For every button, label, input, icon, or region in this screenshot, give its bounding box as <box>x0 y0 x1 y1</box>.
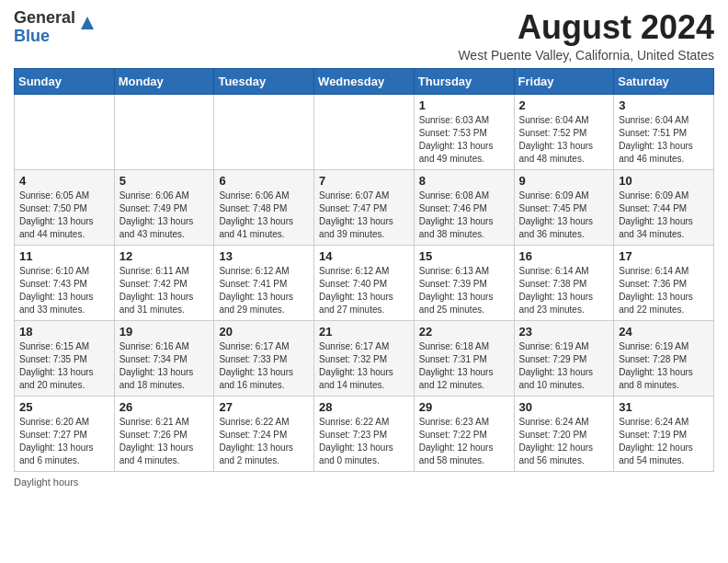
day-number: 23 <box>519 325 609 339</box>
calendar-day-cell: 31Sunrise: 6:24 AM Sunset: 7:19 PM Dayli… <box>614 396 714 471</box>
day-number: 14 <box>319 249 409 263</box>
day-number: 7 <box>319 174 409 188</box>
calendar-day-cell: 30Sunrise: 6:24 AM Sunset: 7:20 PM Dayli… <box>514 396 614 471</box>
day-number: 9 <box>519 174 609 188</box>
day-number: 18 <box>19 325 109 339</box>
calendar-day-cell: 24Sunrise: 6:19 AM Sunset: 7:28 PM Dayli… <box>614 320 714 396</box>
header: General Blue August 2024 West Puente Val… <box>14 9 714 63</box>
day-info: Sunrise: 6:12 AM Sunset: 7:40 PM Dayligh… <box>319 265 409 316</box>
calendar-day-cell <box>114 94 214 169</box>
day-info: Sunrise: 6:22 AM Sunset: 7:24 PM Dayligh… <box>219 416 309 467</box>
calendar-day-cell: 8Sunrise: 6:08 AM Sunset: 7:46 PM Daylig… <box>414 169 514 245</box>
day-info: Sunrise: 6:03 AM Sunset: 7:53 PM Dayligh… <box>419 114 509 166</box>
daylight-hours-label: Daylight hours <box>14 477 78 488</box>
day-info: Sunrise: 6:12 AM Sunset: 7:41 PM Dayligh… <box>219 265 309 316</box>
calendar-day-cell: 1Sunrise: 6:03 AM Sunset: 7:53 PM Daylig… <box>414 94 514 169</box>
day-of-week-header: Sunday <box>15 68 115 94</box>
day-info: Sunrise: 6:05 AM Sunset: 7:50 PM Dayligh… <box>19 190 109 241</box>
calendar-week-row: 1Sunrise: 6:03 AM Sunset: 7:53 PM Daylig… <box>15 94 714 169</box>
calendar-week-row: 11Sunrise: 6:10 AM Sunset: 7:43 PM Dayli… <box>15 245 714 320</box>
day-info: Sunrise: 6:15 AM Sunset: 7:35 PM Dayligh… <box>19 340 109 392</box>
day-number: 20 <box>219 325 309 339</box>
location: West Puente Valley, California, United S… <box>458 48 714 63</box>
calendar-table: SundayMondayTuesdayWednesdayThursdayFrid… <box>14 68 714 472</box>
logo-general: General <box>14 8 75 27</box>
calendar-day-cell: 3Sunrise: 6:04 AM Sunset: 7:51 PM Daylig… <box>614 94 714 169</box>
day-number: 17 <box>619 249 709 263</box>
day-number: 31 <box>619 400 709 414</box>
day-info: Sunrise: 6:21 AM Sunset: 7:26 PM Dayligh… <box>119 416 210 467</box>
day-number: 13 <box>219 249 309 263</box>
day-of-week-header: Tuesday <box>214 68 314 94</box>
calendar-day-cell <box>15 94 115 169</box>
day-info: Sunrise: 6:06 AM Sunset: 7:49 PM Dayligh… <box>119 190 210 241</box>
day-number: 15 <box>419 249 509 263</box>
day-of-week-header: Wednesday <box>314 68 415 94</box>
day-number: 8 <box>419 174 509 188</box>
day-number: 11 <box>19 249 109 263</box>
calendar-day-cell: 25Sunrise: 6:20 AM Sunset: 7:27 PM Dayli… <box>15 396 115 471</box>
svg-marker-0 <box>81 17 94 29</box>
day-number: 29 <box>419 400 509 414</box>
day-info: Sunrise: 6:17 AM Sunset: 7:32 PM Dayligh… <box>319 340 409 392</box>
day-info: Sunrise: 6:04 AM Sunset: 7:51 PM Dayligh… <box>619 114 709 166</box>
day-info: Sunrise: 6:09 AM Sunset: 7:45 PM Dayligh… <box>519 190 609 241</box>
calendar-day-cell: 27Sunrise: 6:22 AM Sunset: 7:24 PM Dayli… <box>214 396 314 471</box>
day-info: Sunrise: 6:11 AM Sunset: 7:42 PM Dayligh… <box>119 265 210 316</box>
day-of-week-header: Friday <box>514 68 614 94</box>
calendar-day-cell: 11Sunrise: 6:10 AM Sunset: 7:43 PM Dayli… <box>15 245 115 320</box>
calendar-day-cell: 2Sunrise: 6:04 AM Sunset: 7:52 PM Daylig… <box>514 94 614 169</box>
calendar-week-row: 18Sunrise: 6:15 AM Sunset: 7:35 PM Dayli… <box>15 320 714 396</box>
day-number: 25 <box>19 400 109 414</box>
calendar-day-cell <box>214 94 314 169</box>
day-number: 21 <box>319 325 409 339</box>
day-number: 24 <box>619 325 709 339</box>
calendar-day-cell <box>314 94 415 169</box>
day-number: 5 <box>119 174 210 188</box>
calendar-day-cell: 26Sunrise: 6:21 AM Sunset: 7:26 PM Dayli… <box>114 396 214 471</box>
calendar-day-cell: 28Sunrise: 6:22 AM Sunset: 7:23 PM Dayli… <box>314 396 415 471</box>
calendar-day-cell: 29Sunrise: 6:23 AM Sunset: 7:22 PM Dayli… <box>414 396 514 471</box>
calendar-day-cell: 19Sunrise: 6:16 AM Sunset: 7:34 PM Dayli… <box>114 320 214 396</box>
calendar-day-cell: 9Sunrise: 6:09 AM Sunset: 7:45 PM Daylig… <box>514 169 614 245</box>
calendar-day-cell: 7Sunrise: 6:07 AM Sunset: 7:47 PM Daylig… <box>314 169 415 245</box>
day-info: Sunrise: 6:09 AM Sunset: 7:44 PM Dayligh… <box>619 190 709 241</box>
calendar-day-cell: 23Sunrise: 6:19 AM Sunset: 7:29 PM Dayli… <box>514 320 614 396</box>
calendar-week-row: 4Sunrise: 6:05 AM Sunset: 7:50 PM Daylig… <box>15 169 714 245</box>
day-info: Sunrise: 6:16 AM Sunset: 7:34 PM Dayligh… <box>119 340 210 392</box>
day-info: Sunrise: 6:18 AM Sunset: 7:31 PM Dayligh… <box>419 340 509 392</box>
day-number: 1 <box>419 98 509 112</box>
day-number: 12 <box>119 249 210 263</box>
day-number: 26 <box>119 400 210 414</box>
month-title: August 2024 <box>458 9 714 46</box>
calendar-day-cell: 22Sunrise: 6:18 AM Sunset: 7:31 PM Dayli… <box>414 320 514 396</box>
day-number: 2 <box>519 98 609 112</box>
logo-blue: Blue <box>14 27 50 45</box>
day-number: 27 <box>219 400 309 414</box>
day-info: Sunrise: 6:23 AM Sunset: 7:22 PM Dayligh… <box>419 416 509 467</box>
day-info: Sunrise: 6:14 AM Sunset: 7:38 PM Dayligh… <box>519 265 609 316</box>
logo: General Blue <box>14 9 97 46</box>
day-info: Sunrise: 6:04 AM Sunset: 7:52 PM Dayligh… <box>519 114 609 166</box>
calendar-day-cell: 4Sunrise: 6:05 AM Sunset: 7:50 PM Daylig… <box>15 169 115 245</box>
day-info: Sunrise: 6:24 AM Sunset: 7:19 PM Dayligh… <box>619 416 709 467</box>
day-number: 28 <box>319 400 409 414</box>
day-info: Sunrise: 6:10 AM Sunset: 7:43 PM Dayligh… <box>19 265 109 316</box>
day-of-week-header: Thursday <box>414 68 514 94</box>
day-number: 16 <box>519 249 609 263</box>
calendar-day-cell: 13Sunrise: 6:12 AM Sunset: 7:41 PM Dayli… <box>214 245 314 320</box>
day-number: 10 <box>619 174 709 188</box>
calendar-day-cell: 17Sunrise: 6:14 AM Sunset: 7:36 PM Dayli… <box>614 245 714 320</box>
day-number: 19 <box>119 325 210 339</box>
calendar-day-cell: 14Sunrise: 6:12 AM Sunset: 7:40 PM Dayli… <box>314 245 415 320</box>
calendar-header-row: SundayMondayTuesdayWednesdayThursdayFrid… <box>15 68 714 94</box>
day-number: 30 <box>519 400 609 414</box>
day-number: 22 <box>419 325 509 339</box>
day-number: 6 <box>219 174 309 188</box>
day-info: Sunrise: 6:20 AM Sunset: 7:27 PM Dayligh… <box>19 416 109 467</box>
calendar-day-cell: 15Sunrise: 6:13 AM Sunset: 7:39 PM Dayli… <box>414 245 514 320</box>
day-info: Sunrise: 6:08 AM Sunset: 7:46 PM Dayligh… <box>419 190 509 241</box>
day-number: 3 <box>619 98 709 112</box>
logo-icon <box>77 13 97 33</box>
calendar-day-cell: 16Sunrise: 6:14 AM Sunset: 7:38 PM Dayli… <box>514 245 614 320</box>
